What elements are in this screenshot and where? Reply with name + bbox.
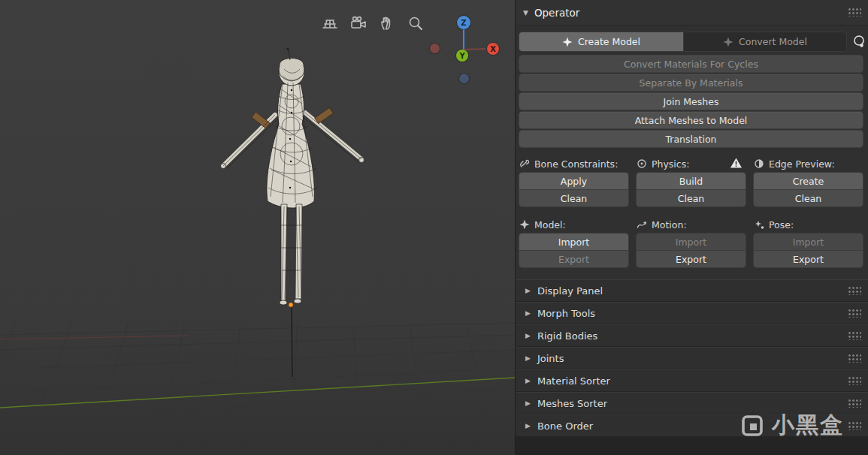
panel-bone-order[interactable]: ▶ Bone Order: [516, 414, 868, 437]
gizmo-z-axis[interactable]: Z: [457, 16, 470, 29]
warning-icon: [730, 157, 742, 169]
panel-meshes-sorter[interactable]: ▶ Meshes Sorter: [516, 392, 868, 414]
panel-label: Morph Tools: [537, 308, 595, 319]
panel-grip-handle[interactable]: [848, 399, 861, 408]
pan-hand-icon[interactable]: [378, 14, 396, 32]
gizmo-y-axis[interactable]: Y: [456, 50, 468, 62]
3d-viewport[interactable]: Z X Y: [0, 0, 515, 455]
mmd-model-icon: [723, 37, 733, 47]
motion-icon: [637, 219, 647, 230]
panel-label: Meshes Sorter: [537, 398, 607, 409]
panel-label: Display Panel: [537, 285, 603, 297]
clean-physics-button[interactable]: Clean: [637, 190, 746, 206]
import-model-button[interactable]: Import: [519, 234, 628, 250]
panel-label: Joints: [537, 353, 564, 364]
gizmo-x-axis[interactable]: X: [487, 43, 499, 55]
expand-arrow-icon: ▶: [525, 287, 531, 294]
expand-arrow-icon: ▶: [525, 354, 531, 362]
panel-grip-handle[interactable]: [848, 309, 861, 318]
model-io-group: Model: Import Export: [519, 215, 628, 268]
expand-arrow-icon: ▶: [525, 377, 531, 384]
panel-display-panel[interactable]: ▶ Display Panel: [516, 279, 868, 302]
attach-meshes-to-model-button[interactable]: Attach Meshes to Model: [519, 112, 863, 128]
panel-grip-handle[interactable]: [848, 332, 861, 340]
navigation-gizmo[interactable]: Z X Y: [427, 9, 505, 87]
camera-icon[interactable]: [349, 14, 367, 32]
panel-material-sorter[interactable]: ▶ Material Sorter: [516, 369, 868, 392]
panel-joints[interactable]: ▶ Joints: [516, 347, 868, 369]
convert-materials-for-cycles-button[interactable]: Convert Materials For Cycles: [519, 56, 863, 72]
build-physics-button[interactable]: Build: [637, 173, 746, 189]
panel-label: Rigid Bodies: [537, 330, 597, 342]
mmd-model-icon: [562, 37, 573, 47]
blender-window: Z X Y ▼ Operator Create Model: [0, 0, 868, 455]
group-label: Physics:: [652, 158, 689, 170]
translation-button[interactable]: Translation: [519, 131, 863, 147]
physics-group: Physics: Build Clean: [637, 155, 746, 207]
panel-grip-handle[interactable]: [848, 422, 861, 430]
clean-edge-preview-button[interactable]: Clean: [754, 190, 863, 206]
export-model-button[interactable]: Export: [519, 251, 628, 267]
apply-bone-constraints-button[interactable]: Apply: [519, 173, 628, 189]
panel-grip-handle[interactable]: [848, 287, 861, 295]
collapse-arrow-icon: ▼: [523, 9, 528, 17]
gizmo-z-label: Z: [461, 19, 466, 27]
create-edge-preview-button[interactable]: Create: [754, 173, 863, 189]
panel-title: Operator: [534, 7, 579, 19]
pose-icon: [754, 219, 764, 230]
gizmo-y-label: Y: [459, 52, 464, 60]
panel-grip-handle[interactable]: [848, 8, 861, 17]
panel-grip-handle[interactable]: [848, 377, 861, 385]
edge-preview-icon: [754, 158, 764, 169]
grid-icon[interactable]: [321, 14, 339, 32]
group-label: Pose:: [769, 219, 794, 231]
gizmo-negative-z-axis[interactable]: [459, 74, 469, 83]
bone-constraints-icon: [519, 158, 530, 169]
panel-empty-area: [516, 437, 868, 455]
import-pose-button[interactable]: Import: [754, 234, 863, 250]
import-motion-button[interactable]: Import: [637, 234, 746, 250]
pose-io-group: Pose: Import Export: [754, 215, 863, 268]
export-pose-button[interactable]: Export: [754, 251, 863, 267]
clean-bone-constraints-button[interactable]: Clean: [519, 190, 628, 206]
physics-icon: [637, 158, 647, 169]
operator-panel: ▼ Operator Create Model Convert Model Co…: [515, 0, 868, 455]
panel-morph-tools[interactable]: ▶ Morph Tools: [516, 302, 868, 324]
collapsed-panels-list: ▶ Display Panel ▶ Morph Tools ▶ Rigid Bo…: [516, 279, 868, 437]
tab-convert-model[interactable]: Convert Model: [684, 32, 846, 51]
group-label: Edge Preview:: [769, 158, 835, 170]
panel-label: Bone Order: [537, 420, 593, 432]
presets-icon[interactable]: [851, 33, 867, 50]
panel-label: Material Sorter: [537, 375, 610, 387]
group-label: Motion:: [652, 219, 687, 231]
tab-create-model[interactable]: Create Model: [519, 32, 683, 51]
panel-rigid-bodies[interactable]: ▶ Rigid Bodies: [516, 324, 868, 347]
join-meshes-button[interactable]: Join Meshes: [519, 93, 863, 110]
gizmo-x-label: X: [490, 45, 496, 53]
operator-panel-header[interactable]: ▼ Operator: [516, 0, 868, 26]
separate-by-materials-button[interactable]: Separate By Materials: [519, 74, 863, 91]
model-icon: [519, 219, 530, 230]
panel-grip-handle[interactable]: [848, 354, 861, 363]
gizmo-negative-x-axis[interactable]: [430, 44, 440, 53]
expand-arrow-icon: ▶: [525, 422, 531, 429]
expand-arrow-icon: ▶: [525, 309, 531, 317]
edge-preview-group: Edge Preview: Create Clean: [754, 155, 863, 207]
zoom-icon[interactable]: [407, 14, 425, 32]
tab-label: Create Model: [578, 36, 640, 47]
model-mode-tabs: Create Model Convert Model: [519, 32, 863, 51]
expand-arrow-icon: ▶: [525, 332, 531, 339]
viewport-toolbar: [321, 14, 425, 32]
group-label: Model:: [534, 219, 566, 231]
export-motion-button[interactable]: Export: [637, 251, 746, 267]
tab-label: Convert Model: [739, 36, 807, 47]
group-label: Bone Constraints:: [534, 158, 618, 170]
expand-arrow-icon: ▶: [525, 399, 531, 407]
bone-constraints-group: Bone Constraints: Apply Clean: [519, 155, 628, 207]
motion-io-group: Motion: Import Export: [637, 215, 746, 268]
